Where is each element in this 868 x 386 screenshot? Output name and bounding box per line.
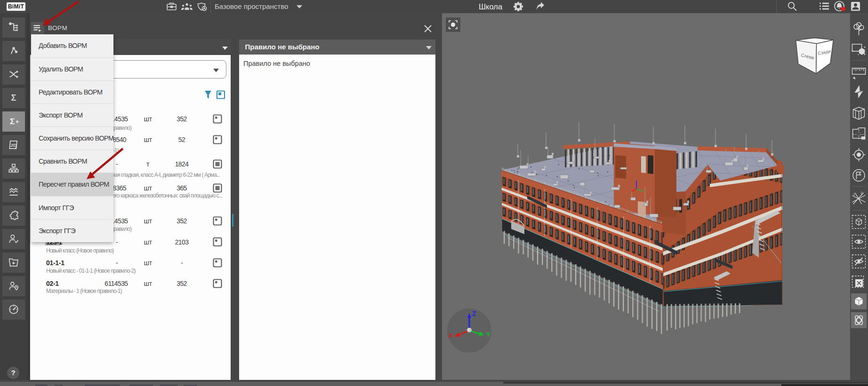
svg-text:1824: 1824 (175, 160, 189, 168)
svg-text:2D: 2D (11, 142, 16, 148)
svg-text:-: - (116, 259, 118, 267)
svg-text:352: 352 (177, 217, 187, 225)
svg-text:Z: Z (472, 310, 476, 317)
svg-text:352: 352 (177, 115, 187, 123)
svg-text:6114535: 6114535 (104, 280, 128, 287)
svg-text:+: + (16, 118, 19, 125)
svg-text:X: X (449, 332, 453, 339)
svg-text:Новый класс - 01-1-1 (Новое пр: Новый класс - 01-1-1 (Новое правило-2) (46, 268, 136, 274)
svg-text:-: - (116, 160, 118, 168)
svg-text:2103: 2103 (175, 238, 189, 246)
svg-text:шт: шт (144, 238, 152, 246)
svg-text:Y: Y (486, 331, 490, 338)
svg-text:шт: шт (144, 136, 152, 143)
svg-text:шт: шт (144, 259, 152, 267)
svg-text:365: 365 (177, 184, 187, 192)
svg-text:352: 352 (177, 280, 187, 287)
svg-text:52: 52 (178, 136, 185, 143)
svg-text:Σ: Σ (11, 93, 16, 102)
svg-text:Новый класс (Новое правило): Новый класс (Новое правило) (46, 247, 114, 254)
svg-text:02-1: 02-1 (46, 280, 59, 287)
svg-text:-: - (181, 259, 183, 267)
svg-text:Σ: Σ (10, 117, 15, 126)
svg-text:1: 1 (853, 193, 855, 196)
svg-text:01-1-1: 01-1-1 (46, 259, 64, 267)
svg-text:2: 2 (861, 191, 863, 195)
svg-text:шт: шт (144, 115, 152, 123)
svg-text:-: - (116, 238, 118, 246)
svg-text:Материалы - 1 (Новое правило-1: Материалы - 1 (Новое правило-1) (46, 288, 122, 294)
svg-text:шт: шт (144, 217, 152, 225)
svg-text:шт: шт (144, 184, 152, 192)
svg-text:т: т (146, 160, 150, 168)
svg-text:шт: шт (144, 280, 152, 287)
